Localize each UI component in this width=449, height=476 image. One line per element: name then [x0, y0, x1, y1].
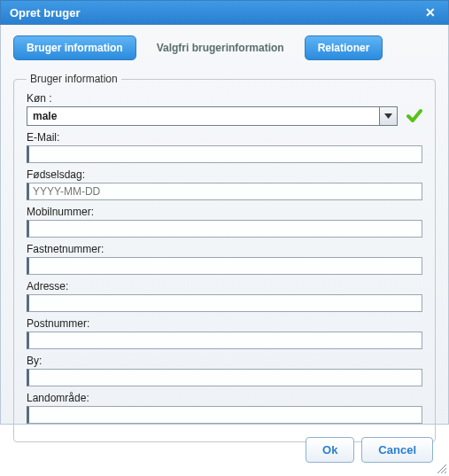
group-legend: Bruger information	[27, 73, 121, 85]
gender-value: male	[27, 107, 379, 125]
address-label: Adresse:	[27, 280, 422, 293]
svg-line-2	[445, 472, 446, 473]
dialog-button-row: Ok Cancel	[0, 425, 449, 472]
check-icon	[406, 108, 422, 124]
region-label: Landområde:	[27, 392, 422, 404]
user-information-group: Bruger information Køn : male	[13, 73, 436, 442]
close-icon[interactable]: ✕	[422, 5, 439, 20]
field-city: By:	[27, 355, 422, 386]
field-landline: Fastnetnummer:	[27, 243, 422, 275]
email-input[interactable]	[27, 145, 422, 163]
field-region: Landområde:	[27, 392, 422, 424]
gender-select[interactable]: male	[27, 106, 398, 126]
address-input[interactable]	[27, 294, 422, 312]
button-label: Ok	[322, 443, 337, 456]
tab-user-information[interactable]: Bruger information	[13, 35, 136, 60]
button-label: Cancel	[378, 443, 416, 456]
postal-label: Postnummer:	[27, 317, 422, 330]
dialog-title: Opret bruger	[10, 6, 80, 20]
tab-label: Relationer	[318, 42, 370, 54]
chevron-down-icon[interactable]	[379, 107, 397, 125]
tab-label: Bruger information	[27, 42, 123, 54]
create-user-dialog: Opret bruger ✕ Bruger information Valgfr…	[0, 0, 449, 476]
landline-input[interactable]	[27, 257, 422, 275]
birthday-input[interactable]	[27, 183, 422, 200]
city-input[interactable]	[27, 369, 422, 386]
city-label: By:	[27, 355, 422, 367]
region-input[interactable]	[27, 406, 422, 424]
birthday-label: Fødselsdag:	[27, 168, 422, 181]
field-address: Adresse:	[27, 280, 422, 312]
cancel-button[interactable]: Cancel	[361, 437, 433, 463]
mobile-input[interactable]	[27, 220, 422, 238]
tab-relations[interactable]: Relationer	[305, 35, 383, 60]
field-birthday: Fødselsdag:	[27, 168, 422, 200]
dialog-titlebar: Opret bruger ✕	[0, 0, 449, 25]
mobile-label: Mobilnummer:	[27, 206, 422, 218]
gender-label: Køn :	[27, 92, 422, 105]
tab-optional-information[interactable]: Valgfri brugerinformation	[143, 35, 298, 60]
field-email: E-Mail:	[27, 131, 422, 163]
field-postal: Postnummer:	[27, 317, 422, 349]
email-label: E-Mail:	[27, 131, 422, 144]
postal-input[interactable]	[27, 332, 422, 349]
field-mobile: Mobilnummer:	[27, 206, 422, 238]
dialog-body: Bruger information Valgfri brugerinforma…	[0, 25, 449, 425]
ok-button[interactable]: Ok	[306, 437, 354, 463]
landline-label: Fastnetnummer:	[27, 243, 422, 255]
field-gender: Køn : male	[27, 92, 422, 126]
tab-label: Valgfri brugerinformation	[157, 42, 284, 54]
tab-bar: Bruger information Valgfri brugerinforma…	[13, 35, 439, 60]
